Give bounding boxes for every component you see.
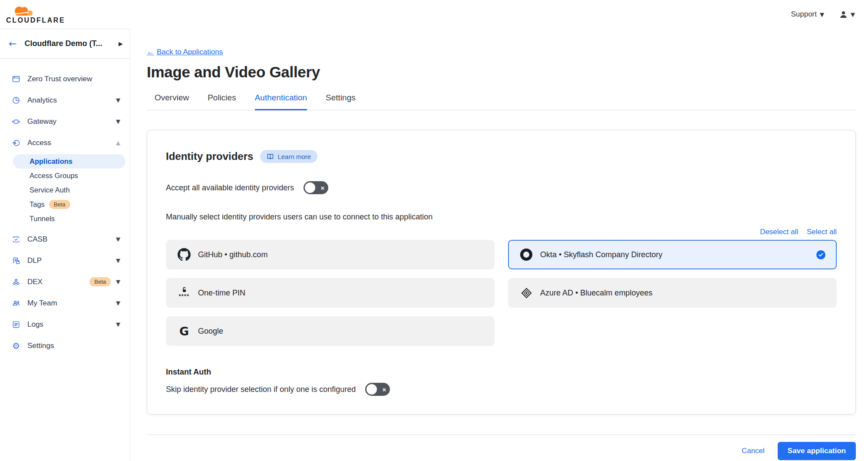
okta-icon xyxy=(519,249,533,261)
sidebar-item-analytics[interactable]: Analytics ▼ xyxy=(0,90,130,111)
cancel-button[interactable]: Cancel xyxy=(742,447,765,455)
provider-name: Azure AD • Bluecalm employees xyxy=(540,289,825,298)
provider-name: One-time PIN xyxy=(198,289,483,298)
toggle-knob xyxy=(305,182,315,193)
sidebar-item-label: Service Auth xyxy=(30,186,70,194)
learn-more-button[interactable]: Learn more xyxy=(260,150,317,163)
back-to-applications-link[interactable]: ←Back to Applications xyxy=(147,48,223,56)
toggle-x-icon: × xyxy=(382,386,386,393)
chevron-down-icon: ▼ xyxy=(820,11,824,18)
book-icon xyxy=(267,153,274,160)
manual-select-hint: Manually select identity providers users… xyxy=(166,212,837,222)
chevron-down-icon[interactable]: ▼ xyxy=(116,118,120,125)
analytics-icon xyxy=(11,96,21,105)
chevron-up-icon[interactable]: ▲ xyxy=(116,139,120,146)
github-icon xyxy=(177,248,191,261)
sidebar-item-my-team[interactable]: My Team ▼ xyxy=(0,292,130,314)
chevron-down-icon: ▼ xyxy=(851,11,855,18)
sidebar-item-label: Settings xyxy=(27,342,120,350)
brand-wordmark: CLOUDFLARE xyxy=(6,17,65,24)
sidebar-item-access[interactable]: Access ▲ xyxy=(0,132,130,153)
sidebar-item-dlp[interactable]: DLP ▼ xyxy=(0,250,130,271)
sidebar-item-label: Applications xyxy=(30,157,73,166)
access-sub-menu: Applications Access Groups Service Auth … xyxy=(0,154,130,226)
sidebar-item-zero-trust-overview[interactable]: Zero Trust overview xyxy=(0,68,130,90)
sidebar-item-label: Gateway xyxy=(27,117,116,126)
chevron-down-icon[interactable]: ▼ xyxy=(116,236,120,242)
select-all-link[interactable]: Select all xyxy=(807,228,837,236)
logs-icon xyxy=(11,320,21,329)
sidebar: ← Cloudflare Demo (T... ▶ Zero Trust ove… xyxy=(0,29,130,461)
tab-authentication[interactable]: Authentication xyxy=(255,93,307,110)
chevron-down-icon[interactable]: ▼ xyxy=(116,257,120,264)
sidebar-item-gateway[interactable]: Gateway ▼ xyxy=(0,111,130,132)
card-title: Identity providers xyxy=(166,150,253,163)
sidebar-item-label: My Team xyxy=(27,299,116,308)
provider-card-okta[interactable]: Okta • Skyflash Company Directory xyxy=(508,240,837,269)
beta-badge: Beta xyxy=(49,200,70,209)
provider-card-azure-ad[interactable]: Azure AD • Bluecalm employees xyxy=(508,278,837,308)
back-arrow-icon: ← xyxy=(147,48,154,56)
toggle-x-icon: × xyxy=(320,185,324,191)
sidebar-item-service-auth[interactable]: Service Auth xyxy=(13,183,125,197)
cloudflare-logo: CLOUDFLARE xyxy=(5,4,65,24)
learn-more-label: Learn more xyxy=(277,153,311,160)
provider-name: Google xyxy=(198,327,483,336)
provider-card-github[interactable]: GitHub • github.com xyxy=(166,240,495,269)
provider-name: Okta • Skyflash Company Directory xyxy=(540,250,816,259)
user-account-menu[interactable]: ▼ xyxy=(839,10,855,19)
sidebar-item-dex[interactable]: DEX Beta ▼ xyxy=(0,271,130,292)
tab-settings[interactable]: Settings xyxy=(326,93,356,110)
chevron-right-icon[interactable]: ▶ xyxy=(119,40,123,47)
page-title: Image and Video Gallery xyxy=(147,63,856,81)
identity-providers-card: Identity providers Learn more Accept all… xyxy=(147,130,856,415)
sidebar-item-logs[interactable]: Logs ▼ xyxy=(0,314,130,335)
tab-bar: Overview Policies Authentication Setting… xyxy=(147,93,856,110)
deselect-all-link[interactable]: Deselect all xyxy=(760,228,798,236)
support-menu[interactable]: Support ▼ xyxy=(791,10,824,19)
provider-name: GitHub • github.com xyxy=(198,250,483,259)
sidebar-nav: Zero Trust overview Analytics ▼ Gateway … xyxy=(0,59,130,356)
sidebar-item-label: CASB xyxy=(27,235,116,244)
sidebar-item-tunnels[interactable]: Tunnels xyxy=(13,212,125,226)
chevron-down-icon[interactable]: ▼ xyxy=(116,300,120,306)
chevron-down-icon[interactable]: ▼ xyxy=(116,97,120,103)
dlp-icon xyxy=(11,256,21,265)
sidebar-item-access-groups[interactable]: Access Groups xyxy=(13,169,125,183)
provider-card-one-time-pin[interactable]: **** One-time PIN xyxy=(166,278,495,308)
sidebar-item-label: DLP xyxy=(27,256,116,265)
sidebar-account-header: ← Cloudflare Demo (T... ▶ xyxy=(0,29,130,59)
google-icon: G xyxy=(177,325,191,338)
sidebar-item-settings[interactable]: ⚙ Settings xyxy=(0,335,130,356)
provider-card-google[interactable]: G Google xyxy=(166,316,495,346)
footer-actions: Cancel Save application xyxy=(147,442,856,460)
cloudflare-cloud-icon xyxy=(6,4,39,17)
sidebar-item-label: Logs xyxy=(27,320,116,329)
sidebar-item-casb[interactable]: CASB ▼ xyxy=(0,229,130,250)
chevron-down-icon[interactable]: ▼ xyxy=(116,321,120,328)
tab-policies[interactable]: Policies xyxy=(208,93,236,110)
dex-icon xyxy=(11,277,21,287)
accept-all-toggle[interactable]: × xyxy=(304,181,328,194)
casb-icon xyxy=(11,235,21,244)
chevron-down-icon[interactable]: ▼ xyxy=(116,279,120,285)
back-link-label: Back to Applications xyxy=(157,48,223,56)
access-icon xyxy=(11,138,21,148)
beta-badge: Beta xyxy=(89,277,111,286)
account-name: Cloudflare Demo (T... xyxy=(24,39,119,48)
sidebar-item-label: Access xyxy=(27,139,116,147)
gateway-icon xyxy=(11,117,21,126)
user-icon xyxy=(839,10,848,19)
save-application-button[interactable]: Save application xyxy=(778,442,856,460)
back-arrow-icon[interactable]: ← xyxy=(9,38,17,49)
toggle-knob xyxy=(366,384,377,395)
sidebar-item-tags[interactable]: Tags Beta xyxy=(13,197,125,212)
team-icon xyxy=(11,298,21,308)
sidebar-item-applications[interactable]: Applications xyxy=(13,154,125,169)
instant-auth-toggle[interactable]: × xyxy=(365,383,390,396)
tab-overview[interactable]: Overview xyxy=(155,93,189,110)
provider-grid: GitHub • github.com Okta • Skyflash Comp… xyxy=(166,240,837,346)
overview-icon xyxy=(11,74,21,84)
accept-all-label: Accept all available identity providers xyxy=(166,183,294,192)
top-bar: CLOUDFLARE Support ▼ ▼ xyxy=(0,0,868,29)
